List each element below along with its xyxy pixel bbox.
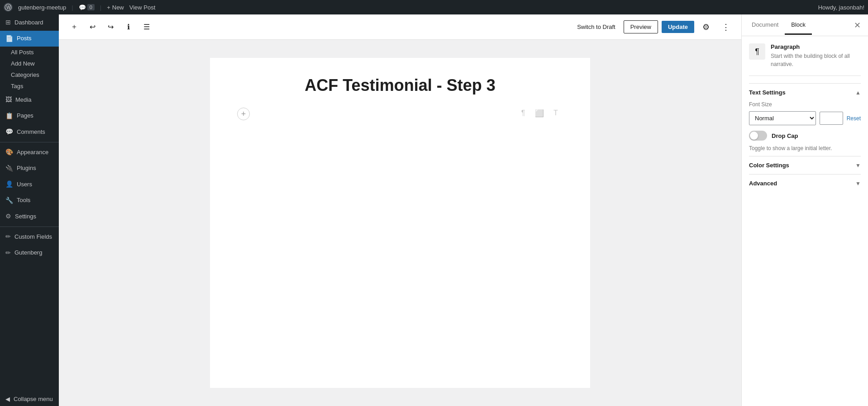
redo-btn[interactable]: ↪ — [102, 19, 119, 35]
sidebar-divider-1 — [0, 142, 59, 142]
switch-to-draft-btn[interactable]: Switch to Draft — [572, 21, 620, 33]
sidebar: ⊞ Dashboard 📄 Posts All Posts Add New Ca… — [0, 14, 59, 406]
collapse-icon: ◀ — [5, 396, 10, 402]
separator-2: | — [100, 4, 101, 11]
users-icon: 👤 — [5, 180, 13, 189]
block-inserter-area: + ¶ ⬜ T — [237, 104, 563, 124]
tab-document[interactable]: Document — [745, 16, 785, 35]
block-description: Start with the building block of all nar… — [771, 52, 861, 68]
sidebar-item-comments[interactable]: 💬 Comments — [0, 124, 59, 140]
font-size-row: Normal Small Medium Large Huge Reset — [749, 111, 861, 125]
settings-gear-btn[interactable]: ⚙ — [698, 19, 714, 35]
custom-fields-icon: ✏ — [5, 232, 11, 241]
separator-1: | — [72, 4, 73, 11]
tab-block[interactable]: Block — [785, 16, 812, 35]
sidebar-item-media[interactable]: 🖼 Media — [0, 92, 59, 108]
advanced-chevron: ▼ — [855, 180, 861, 187]
sidebar-item-tools[interactable]: 🔧 Tools — [0, 193, 59, 209]
sidebar-item-appearance[interactable]: 🎨 Appearance — [0, 144, 59, 161]
info-btn[interactable]: ℹ — [120, 19, 137, 35]
panel-body: ¶ Paragraph Start with the building bloc… — [742, 36, 868, 406]
text-settings-section: Text Settings ▲ Font Size Normal Small M… — [749, 83, 861, 156]
post-title[interactable]: ACF Testimonial - Step 3 — [237, 76, 563, 95]
block-header: ¶ Paragraph Start with the building bloc… — [749, 43, 861, 76]
sidebar-sub-add-new[interactable]: Add New — [0, 58, 59, 69]
right-panel: Document Block ✕ ¶ Paragraph Start with … — [741, 14, 868, 406]
color-settings-title: Color Settings — [749, 162, 789, 169]
new-link[interactable]: + New — [107, 4, 124, 11]
right-panel-tabs: Document Block ✕ — [742, 14, 868, 36]
svg-text:W: W — [6, 5, 11, 10]
paragraph-block-icon: ¶ — [749, 43, 765, 60]
sidebar-item-pages[interactable]: 📋 Pages — [0, 108, 59, 124]
sidebar-sub-all-posts[interactable]: All Posts — [0, 47, 59, 58]
block-tool-para[interactable]: ¶ — [516, 106, 530, 120]
drop-cap-row: Drop Cap — [749, 131, 861, 141]
editor-content: ACF Testimonial - Step 3 + ¶ ⬜ T — [59, 40, 741, 406]
advanced-section[interactable]: Advanced ▼ — [749, 174, 861, 192]
list-view-btn[interactable]: ☰ — [138, 19, 155, 35]
block-info: Paragraph Start with the building block … — [771, 43, 861, 68]
block-toolbar-floating: ¶ ⬜ T — [516, 106, 563, 120]
sidebar-item-plugins[interactable]: 🔌 Plugins — [0, 161, 59, 177]
sidebar-sub-tags[interactable]: Tags — [0, 80, 59, 92]
comments-icon: 💬 — [5, 127, 13, 137]
editor-toolbar: ＋ ↩ ↪ ℹ ☰ Switch to Draft Preview Update… — [59, 14, 741, 40]
sidebar-sub-categories[interactable]: Categories — [0, 69, 59, 80]
sidebar-item-users[interactable]: 👤 Users — [0, 176, 59, 193]
font-size-input[interactable] — [820, 112, 843, 125]
add-block-toolbar-btn[interactable]: ＋ — [66, 19, 82, 35]
site-name[interactable]: gutenberg-meetup — [18, 4, 66, 11]
toggle-knob — [750, 132, 758, 140]
toolbar-right: Switch to Draft Preview Update ⚙ ⋮ — [572, 19, 734, 35]
main-layout: ⊞ Dashboard 📄 Posts All Posts Add New Ca… — [0, 14, 868, 406]
update-btn[interactable]: Update — [662, 21, 694, 33]
block-name: Paragraph — [771, 43, 861, 50]
color-settings-section[interactable]: Color Settings ▼ — [749, 156, 861, 174]
drop-cap-description: Toggle to show a large initial letter. — [749, 144, 861, 152]
admin-bar: W gutenberg-meetup | 💬 0 | + New View Po… — [0, 0, 868, 14]
wp-logo[interactable]: W — [4, 3, 13, 12]
gutenberg-icon: ✏ — [5, 249, 11, 258]
drop-cap-label: Drop Cap — [772, 132, 798, 139]
view-post-link[interactable]: View Post — [129, 4, 156, 11]
sidebar-item-gutenberg[interactable]: ✏ Gutenberg — [0, 245, 59, 261]
appearance-icon: 🎨 — [5, 148, 13, 157]
panel-close-btn[interactable]: ✕ — [850, 18, 864, 33]
pages-icon: 📋 — [5, 112, 13, 121]
plugins-icon: 🔌 — [5, 164, 13, 173]
tools-icon: 🔧 — [5, 196, 13, 205]
font-size-select[interactable]: Normal Small Medium Large Huge — [749, 111, 816, 125]
sidebar-item-settings[interactable]: ⚙ Settings — [0, 208, 59, 225]
editor-inner: ACF Testimonial - Step 3 + ¶ ⬜ T — [210, 58, 590, 388]
text-settings-header[interactable]: Text Settings ▲ — [749, 83, 861, 101]
sidebar-item-custom-fields[interactable]: ✏ Custom Fields — [0, 229, 59, 245]
undo-btn[interactable]: ↩ — [84, 19, 100, 35]
dashboard-icon: ⊞ — [5, 18, 11, 27]
editor-container: ＋ ↩ ↪ ℹ ☰ Switch to Draft Preview Update… — [59, 14, 741, 406]
collapse-menu[interactable]: ◀ Collapse menu — [0, 392, 59, 406]
text-settings-content: Font Size Normal Small Medium Large Huge… — [749, 101, 861, 156]
block-tool-image[interactable]: ⬜ — [532, 106, 547, 120]
drop-cap-toggle[interactable] — [749, 131, 767, 141]
font-size-reset-btn[interactable]: Reset — [847, 115, 861, 122]
text-settings-chevron: ▲ — [855, 90, 861, 96]
settings-icon: ⚙ — [5, 212, 11, 221]
howdy-text: Howdy, jasonbah! — [818, 4, 864, 11]
block-tool-text[interactable]: T — [548, 106, 563, 120]
font-size-label: Font Size — [749, 101, 861, 108]
media-icon: 🖼 — [5, 95, 12, 104]
advanced-title: Advanced — [749, 180, 777, 187]
comments-count[interactable]: 💬 0 — [79, 4, 95, 11]
text-settings-title: Text Settings — [749, 89, 786, 96]
more-options-btn[interactable]: ⋮ — [718, 19, 734, 35]
sidebar-item-dashboard[interactable]: ⊞ Dashboard — [0, 14, 59, 31]
sidebar-item-posts[interactable]: 📄 Posts — [0, 31, 59, 47]
posts-icon: 📄 — [5, 34, 13, 43]
preview-btn[interactable]: Preview — [624, 20, 658, 33]
sidebar-divider-2 — [0, 227, 59, 227]
add-block-btn[interactable]: + — [237, 108, 250, 120]
color-settings-chevron: ▼ — [855, 162, 861, 169]
